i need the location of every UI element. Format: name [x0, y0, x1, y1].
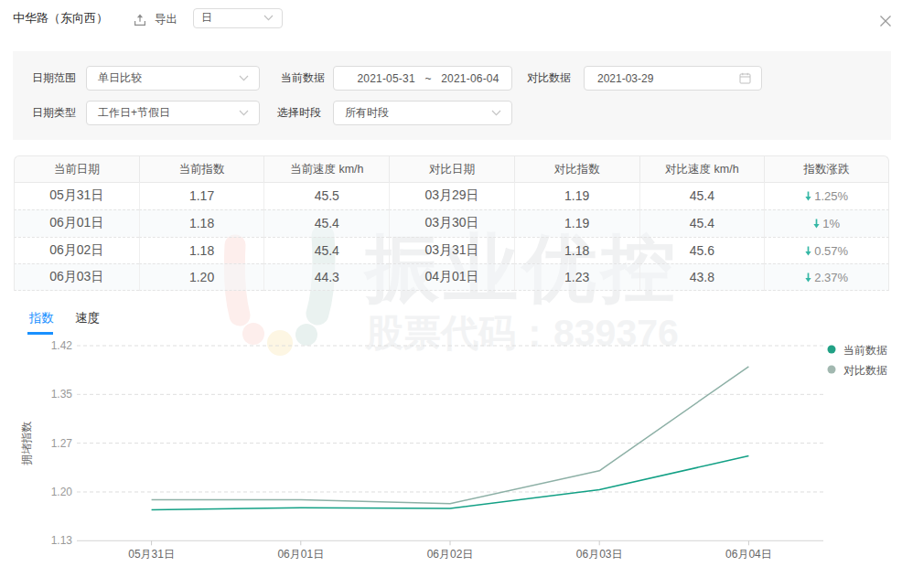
table-cell: 43.8	[639, 263, 765, 291]
table-column-header: 当前速度 km/h	[263, 155, 389, 182]
calendar-icon	[739, 72, 751, 84]
filter-panel: 日期范围 单日比较 当前数据 2021-05-31 ~ 2021-06-04 对…	[13, 51, 891, 140]
table-column-header: 当前日期	[14, 155, 139, 182]
table-cell: 45.4	[639, 182, 765, 209]
comparison-table: 当前日期当前指数当前速度 km/h对比日期对比指数对比速度 km/h指数涨跌05…	[14, 155, 889, 291]
y-tick-label: 1.20	[51, 486, 73, 498]
table-row: 06月02日1.1845.403月31日1.1845.60.57%	[14, 237, 889, 264]
table-cell: 45.4	[263, 209, 389, 237]
chevron-down-icon	[239, 110, 249, 116]
index-change-cell: 2.37%	[764, 263, 889, 291]
compare-data-label: 对比数据	[527, 66, 571, 91]
current-data-range-value: 2021-05-31 ~ 2021-06-04	[334, 72, 511, 85]
arrow-down-icon	[805, 273, 811, 283]
table-cell: 06月01日	[14, 209, 139, 237]
compare-data-value: 2021-03-29	[597, 72, 739, 85]
table-cell: 44.3	[263, 263, 389, 291]
x-tick-label: 06月03日	[576, 548, 623, 561]
table-cell: 04月01日	[389, 263, 514, 291]
tab-speed[interactable]: 速度	[75, 310, 100, 326]
arrow-down-icon	[805, 191, 811, 201]
chevron-down-icon	[239, 75, 249, 81]
index-line-chart: 1.131.201.271.351.4205月31日06月01日06月02日06…	[0, 338, 902, 588]
x-tick-label: 06月02日	[427, 548, 474, 561]
table-cell: 06月03日	[14, 263, 139, 291]
date-type-label: 日期类型	[32, 101, 76, 125]
table-cell: 45.6	[639, 237, 765, 264]
table-cell: 06月02日	[14, 237, 139, 264]
date-type-value: 工作日+节假日	[98, 105, 239, 121]
tab-index[interactable]: 指数	[29, 310, 54, 326]
legend-label[interactable]: 当前数据	[843, 344, 887, 357]
period-select-value: 日	[201, 10, 263, 26]
time-period-select[interactable]: 所有时段	[333, 101, 512, 125]
current-data-range-input[interactable]: 2021-05-31 ~ 2021-06-04	[333, 66, 512, 91]
export-icon	[134, 13, 146, 27]
date-type-select[interactable]: 工作日+节假日	[86, 101, 260, 125]
chart-tabs: 指数 速度	[29, 310, 100, 326]
table-cell: 1.19	[514, 209, 639, 237]
table-cell: 03月29日	[389, 182, 514, 209]
table-column-header: 对比日期	[389, 155, 514, 182]
chevron-down-icon	[263, 15, 274, 21]
legend-dot[interactable]	[828, 346, 836, 354]
current-data-line	[152, 456, 749, 510]
table-cell: 1.19	[514, 182, 639, 209]
index-change-cell: 1%	[764, 209, 889, 237]
table-column-header: 对比指数	[514, 155, 639, 182]
chevron-down-icon	[491, 110, 501, 116]
date-range-value: 单日比较	[98, 70, 239, 86]
table-cell: 1.18	[139, 237, 264, 264]
y-tick-label: 1.13	[51, 534, 73, 547]
current-data-label: 当前数据	[281, 66, 325, 91]
table-cell: 1.18	[139, 209, 264, 237]
table-column-header: 指数涨跌	[764, 155, 889, 182]
export-label: 导出	[155, 12, 177, 27]
tab-active-underline	[27, 332, 53, 335]
x-tick-label: 06月01日	[277, 548, 324, 561]
table-cell: 45.4	[639, 209, 765, 237]
table-cell: 03月30日	[389, 209, 514, 237]
x-tick-label: 06月04日	[725, 548, 772, 561]
y-tick-label: 1.35	[51, 388, 73, 401]
date-range-label: 日期范围	[32, 66, 76, 91]
table-cell: 03月31日	[389, 237, 514, 264]
index-change-cell: 1.25%	[764, 182, 889, 209]
legend-label[interactable]: 对比数据	[843, 364, 887, 377]
y-axis-title: 拥堵指数	[20, 422, 33, 465]
period-select[interactable]: 日	[193, 8, 283, 28]
arrow-down-icon	[805, 246, 811, 256]
table-cell: 1.20	[139, 263, 264, 291]
y-tick-label: 1.42	[51, 339, 73, 352]
compare-data-input[interactable]: 2021-03-29	[584, 66, 762, 91]
legend-dot[interactable]	[828, 366, 836, 374]
index-change-cell: 0.57%	[764, 237, 889, 264]
table-cell: 1.23	[514, 263, 639, 291]
table-row: 05月31日1.1745.503月29日1.1945.41.25%	[14, 182, 889, 209]
compare-data-line	[152, 367, 749, 504]
table-cell: 45.4	[263, 237, 389, 264]
arrow-down-icon	[813, 219, 820, 229]
table-cell: 1.17	[139, 182, 264, 209]
export-button[interactable]: 导出	[134, 11, 177, 27]
close-icon[interactable]	[878, 14, 893, 28]
table-cell: 05月31日	[14, 182, 139, 209]
table-row: 06月03日1.2044.304月01日1.2343.82.37%	[14, 263, 889, 291]
table-column-header: 对比速度 km/h	[639, 155, 765, 182]
time-period-value: 所有时段	[345, 105, 491, 121]
table-cell: 1.18	[514, 237, 639, 264]
time-period-label: 选择时段	[277, 101, 321, 125]
table-cell: 45.5	[263, 182, 389, 209]
date-range-select[interactable]: 单日比较	[86, 66, 260, 91]
x-tick-label: 05月31日	[128, 548, 175, 561]
table-row: 06月01日1.1845.403月30日1.1945.41%	[14, 209, 889, 237]
y-tick-label: 1.27	[51, 437, 73, 450]
page-title: 中华路（东向西）	[13, 10, 108, 27]
table-column-header: 当前指数	[139, 155, 264, 182]
